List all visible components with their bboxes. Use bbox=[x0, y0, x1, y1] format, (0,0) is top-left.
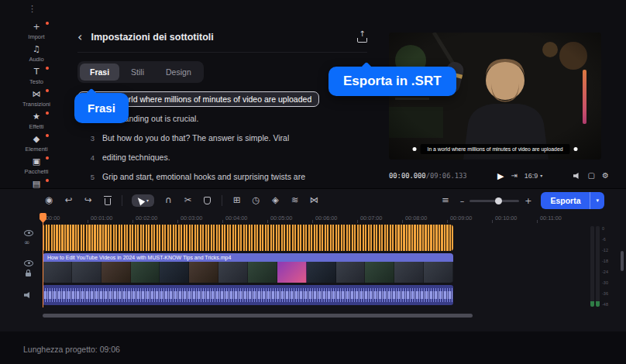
video-clip-name: How to Edit YouTube Videos in 2024 with … bbox=[43, 253, 453, 262]
zoom-slider[interactable] bbox=[470, 200, 519, 202]
ruler-label: 00:05:00 bbox=[267, 212, 312, 225]
time-ruler[interactable]: 00:00 00:01:00 00:02:00 00:03:00 00:04:0… bbox=[43, 212, 590, 225]
subtitle-track-header: ∞ bbox=[24, 225, 43, 251]
sidebar-item-label: Transizioni bbox=[22, 101, 50, 108]
sidebar-item[interactable]: ⋈ Transizioni bbox=[19, 90, 54, 108]
audio-waveform-clip[interactable] bbox=[43, 285, 453, 305]
phrase-row[interactable]: 4 editing techniques. bbox=[77, 149, 178, 165]
sidebar-item[interactable]: ◆ Elementi bbox=[19, 135, 54, 153]
track-lanes: How to Edit YouTube Videos in 2024 with … bbox=[43, 225, 590, 307]
tooltip-frasi: Frasi bbox=[74, 93, 129, 123]
video-clip[interactable]: How to Edit YouTube Videos in 2024 with … bbox=[43, 253, 453, 283]
sidebar-item[interactable]: + Import bbox=[19, 22, 54, 40]
denoise-icon[interactable]: ≋ bbox=[290, 194, 300, 207]
export-dropdown-caret[interactable]: ▾ bbox=[590, 192, 604, 209]
clip-thumbnail bbox=[248, 262, 277, 283]
ruler-label: 00:02:00 bbox=[132, 212, 177, 225]
phrase-row[interactable]: 3 But how do you do that? The answer is … bbox=[77, 130, 297, 146]
meter-label: -36 bbox=[602, 291, 608, 296]
meter-label: -30 bbox=[602, 280, 608, 285]
zoom-slider-knob[interactable] bbox=[495, 197, 502, 204]
ruler-label: 00:07:00 bbox=[357, 212, 402, 225]
crop-icon[interactable]: ⊞ bbox=[232, 194, 242, 207]
sidebar-item-label: Effetti bbox=[29, 123, 43, 130]
new-badge-dot bbox=[46, 67, 49, 70]
meter-bars bbox=[590, 226, 600, 307]
subtitle-tab[interactable]: Design bbox=[156, 64, 201, 81]
mixer-icon[interactable]: ≡ bbox=[441, 194, 451, 207]
sidebar-items: + Import ♫ Audio T Testo ⋈ bbox=[19, 22, 67, 197]
ruler-label: 00:08:00 bbox=[402, 212, 447, 225]
tooltip-esporta-srt: Esporta in .SRT bbox=[328, 67, 456, 96]
volume-icon[interactable] bbox=[573, 173, 581, 180]
zoom-in-icon[interactable]: + bbox=[525, 197, 531, 205]
transition-icon[interactable]: ⋈ bbox=[309, 194, 319, 207]
top-section: ⋮ + Import ♫ Audio T Testo bbox=[0, 0, 626, 188]
phrase-number: 5 bbox=[85, 173, 95, 181]
export-button[interactable]: Esporta ▾ bbox=[541, 192, 604, 209]
toggle-visibility-icon[interactable] bbox=[24, 260, 33, 266]
phrase-number: 3 bbox=[85, 134, 95, 143]
filmstrip bbox=[43, 262, 453, 283]
toggle-visibility-icon[interactable] bbox=[24, 230, 33, 236]
clip-thumbnail bbox=[424, 262, 453, 283]
sidebar-item[interactable]: T Testo bbox=[19, 67, 54, 85]
mask-icon[interactable] bbox=[202, 194, 212, 207]
speed-icon[interactable]: ◷ bbox=[251, 194, 261, 207]
play-button[interactable]: ▶ bbox=[497, 172, 504, 180]
subtitle-overlay[interactable]: In a world where millions of minutes of … bbox=[421, 144, 570, 154]
clip-thumbnail bbox=[189, 262, 218, 283]
select-tool[interactable]: ▾ bbox=[132, 194, 154, 207]
status-bar: Lunghezza progetto: 09:06 bbox=[0, 331, 626, 364]
phrase-row[interactable]: 5 Grip and start, emotional hooks and su… bbox=[77, 169, 313, 184]
split-scissors-icon[interactable]: ✂ bbox=[183, 194, 193, 207]
export-srt-icon[interactable]: ↑ bbox=[357, 33, 367, 43]
mute-speaker-icon[interactable] bbox=[24, 292, 32, 299]
horizontal-scrollbar-thumb[interactable] bbox=[43, 314, 473, 318]
delete-icon[interactable] bbox=[102, 194, 112, 207]
sidebar: ⋮ + Import ♫ Audio T Testo bbox=[0, 0, 67, 188]
frame-step-icon[interactable]: ⇥ bbox=[511, 172, 517, 180]
subtitle-tab[interactable]: Frasi bbox=[80, 64, 119, 81]
sidebar-item[interactable]: ★ Effetti bbox=[19, 112, 54, 130]
lock-icon[interactable] bbox=[26, 273, 31, 276]
new-badge-dot bbox=[46, 156, 49, 160]
clip-thumbnail bbox=[101, 262, 131, 283]
vertical-scrollbar-thumb[interactable] bbox=[621, 251, 624, 271]
subtitle-clips-track[interactable] bbox=[43, 225, 453, 251]
new-badge-dot bbox=[46, 112, 49, 115]
phrase-text: editing techniques. bbox=[102, 153, 170, 162]
meter-label: 0 bbox=[602, 226, 608, 231]
timeline-body: 00:00 00:01:00 00:02:00 00:03:00 00:04:0… bbox=[0, 212, 626, 318]
settings-gear-icon[interactable]: ⚙ bbox=[602, 172, 609, 180]
back-button[interactable]: ‹ bbox=[77, 31, 82, 43]
magnet-snap-icon[interactable]: ∩ bbox=[163, 194, 174, 207]
ruler-label: 00:04:00 bbox=[222, 212, 267, 225]
aspect-ratio-selector[interactable]: 16:9▾ bbox=[525, 172, 543, 180]
toolbar-divider bbox=[122, 195, 122, 206]
record-icon[interactable]: ◉ bbox=[44, 194, 54, 207]
new-badge-dot bbox=[46, 22, 49, 25]
export-button-label: Esporta bbox=[541, 192, 590, 209]
meter-bar-left bbox=[590, 226, 594, 307]
clip-thumbnail bbox=[160, 262, 189, 283]
more-menu-icon[interactable]: ⋮ bbox=[28, 5, 67, 13]
undo-icon[interactable]: ↩ bbox=[64, 194, 74, 207]
sidebar-item[interactable]: ▣ Pacchetti bbox=[19, 157, 54, 175]
sidebar-item-label: Testo bbox=[29, 78, 43, 85]
video-preview: In a world where millions of minutes of … bbox=[389, 33, 601, 160]
new-badge-dot bbox=[46, 134, 49, 137]
redo-icon[interactable]: ↪ bbox=[83, 194, 93, 207]
sidebar-item-icon: T bbox=[34, 67, 40, 77]
keyframe-icon[interactable]: ◈ bbox=[270, 194, 280, 207]
subtitle-tabs: Frasi Stili Design bbox=[77, 61, 204, 83]
subtitle-tab[interactable]: Stili bbox=[121, 64, 154, 81]
ruler-label: 00:11:00 bbox=[537, 212, 582, 225]
link-icon[interactable]: ∞ bbox=[24, 239, 43, 246]
fullscreen-icon[interactable]: ▢ bbox=[588, 172, 595, 180]
zoom-out-icon[interactable]: – bbox=[460, 197, 465, 205]
playhead[interactable] bbox=[40, 213, 46, 223]
sidebar-item[interactable]: ♫ Audio bbox=[19, 45, 54, 63]
clip-thumbnail bbox=[277, 262, 307, 283]
phrase-text: But how do you do that? The answer is si… bbox=[102, 133, 289, 143]
